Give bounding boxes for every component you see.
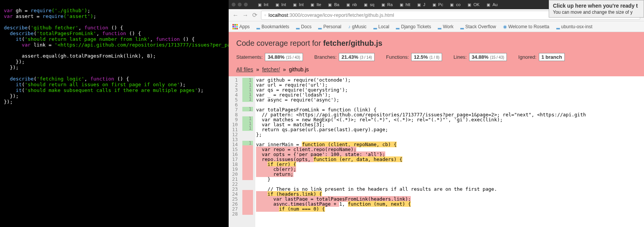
browser-tab[interactable]: ▣OK: [467, 2, 480, 7]
tab-label: Ite: [317, 2, 321, 7]
hit-count: [242, 165, 253, 170]
source-line: [256, 212, 586, 217]
hit-count: [242, 155, 253, 160]
source-view: 1234567891011121314151617181920212223242…: [229, 76, 644, 227]
hit-count: [242, 200, 253, 205]
tab-icon: ▣: [363, 2, 368, 7]
close-dot[interactable]: [232, 3, 235, 6]
tab-label: OK: [474, 2, 480, 7]
source-line: repo.issues(opts, function (err, data, h…: [256, 157, 586, 162]
back-button[interactable]: ←: [232, 12, 239, 19]
breadcrumb-fetcher[interactable]: fetcher/: [262, 66, 280, 72]
hit-count: [242, 210, 253, 215]
window-controls[interactable]: [232, 3, 248, 6]
tab-icon: ▣: [449, 2, 455, 7]
bookmark-label: Docs: [301, 24, 311, 29]
tab-label: Int: [281, 2, 286, 7]
browser-tab[interactable]: ▣Int: [257, 2, 268, 7]
source-line: return;: [256, 172, 586, 177]
bookmark-item[interactable]: ▂Personal: [318, 24, 341, 29]
page-icon: ▫: [264, 12, 266, 18]
hit-count: 1: [242, 126, 253, 131]
browser-tab[interactable]: ▣Ba: [327, 2, 339, 7]
hit-count: [242, 170, 253, 175]
tab-icon: ▣: [292, 2, 297, 7]
bookmark-item[interactable]: ▂Work: [438, 24, 453, 29]
folder-icon: ▂: [256, 24, 260, 29]
bookmark-item[interactable]: ▂Bookmarklets: [256, 24, 289, 29]
folder-icon: ▂: [373, 24, 377, 29]
tab-label: Ra: [387, 2, 392, 7]
hit-count: [242, 190, 253, 195]
source-code: var github = require('octonode');var url…: [255, 76, 586, 227]
source-line: };: [256, 132, 586, 137]
hit-count: [242, 185, 253, 190]
source-line: return qs.parse(url.parse(last).query).p…: [256, 127, 586, 132]
browser-tab[interactable]: ▣Ite: [310, 2, 321, 7]
max-dot[interactable]: [244, 3, 248, 6]
source-line: }: [256, 177, 586, 182]
bookmark-item[interactable]: ▂ubuntu-osx-inst: [556, 24, 593, 29]
breadcrumb: All files » fetcher/ » github.js: [236, 66, 636, 72]
folder-icon: ◉: [503, 24, 507, 29]
breadcrumb-current: github.js: [289, 66, 309, 72]
folder-icon: ▂: [438, 24, 441, 29]
metric-ignored: Ignored:1 branch: [518, 53, 565, 61]
apps-button[interactable]: Apps: [232, 24, 250, 29]
editor-pane: var gh = require('./github'); var assert…: [0, 0, 229, 227]
reload-button[interactable]: ⟳: [252, 11, 257, 19]
bookmark-label: Local: [378, 24, 389, 29]
coverage-metrics: Statements:34.88%(15 / 43)Branches:21.43…: [236, 53, 636, 61]
browser-tab[interactable]: ▣Int: [292, 2, 303, 7]
browser-tab[interactable]: ▣Au: [485, 2, 497, 7]
metric-label: Ignored:: [518, 54, 537, 60]
folder-icon: ▂: [318, 24, 322, 29]
folder-icon: ▂: [556, 24, 560, 29]
tab-icon: ▣: [274, 2, 280, 7]
min-dot[interactable]: [238, 3, 242, 6]
bookmark-item[interactable]: ▂Docs: [296, 24, 311, 29]
kw: var: [4, 8, 13, 13]
metric-value: 1 branch: [539, 53, 565, 61]
browser-tab[interactable]: ▣co: [449, 2, 461, 7]
browser-tab[interactable]: ▣nb: [345, 2, 357, 7]
metric: Branches:21.43%(3 / 14): [314, 53, 375, 61]
source-line: if (num === 0) {: [256, 207, 586, 212]
metric-value: 12.5%(1 / 8): [411, 53, 442, 61]
tooltip-body: You can move and change the size of y: [553, 10, 640, 15]
metric-label: Functions:: [386, 54, 409, 60]
hit-count: [242, 180, 253, 185]
bookmark-label: Personal: [323, 24, 341, 29]
bookmark-item[interactable]: ◉Welcome to Rosetta: [503, 24, 549, 29]
bookmark-item[interactable]: ▂Local: [373, 24, 389, 29]
hit-count: [242, 150, 253, 155]
browser-tab[interactable]: ▣Int: [274, 2, 286, 7]
breadcrumb-all[interactable]: All files: [236, 66, 253, 72]
tab-label: Int: [264, 2, 268, 7]
bookmark-label: ubuntu-osx-inst: [561, 24, 593, 29]
metric-label: Branches:: [314, 54, 337, 60]
browser-tab[interactable]: ▣Ra: [380, 2, 392, 7]
metric: Lines:34.88%(15 / 43): [453, 53, 507, 61]
browser-tab[interactable]: ▣htt: [399, 2, 410, 7]
tab-icon: ▣: [257, 2, 262, 7]
browser-tab[interactable]: ▣J: [417, 2, 426, 7]
source-line: var async = require('async');: [256, 98, 586, 103]
bookmark-item[interactable]: ▂Django Tickets: [396, 24, 431, 29]
hit-count: [242, 160, 253, 165]
browser-tab[interactable]: ▣sq: [363, 2, 375, 7]
folder-icon: ▂: [460, 24, 464, 29]
forward-button[interactable]: →: [242, 12, 248, 19]
metric-value: 34.88%(15 / 43): [265, 53, 303, 61]
browser-tab[interactable]: ▣Pc: [431, 2, 443, 7]
tab-icon: ▣: [380, 2, 386, 7]
tab-label: Pc: [438, 2, 443, 7]
bookmark-item[interactable]: ♪gMusic: [348, 24, 367, 29]
tab-icon: ▣: [485, 2, 491, 7]
tooltip-header: Click up here when you're ready t: [553, 3, 640, 9]
bookmark-item[interactable]: ▂Stack Overflow: [460, 24, 496, 29]
folder-icon: ♪: [348, 24, 351, 29]
source-line: cb(err);: [256, 167, 586, 172]
tab-label: htt: [405, 2, 410, 7]
metric-label: Lines:: [453, 54, 467, 60]
